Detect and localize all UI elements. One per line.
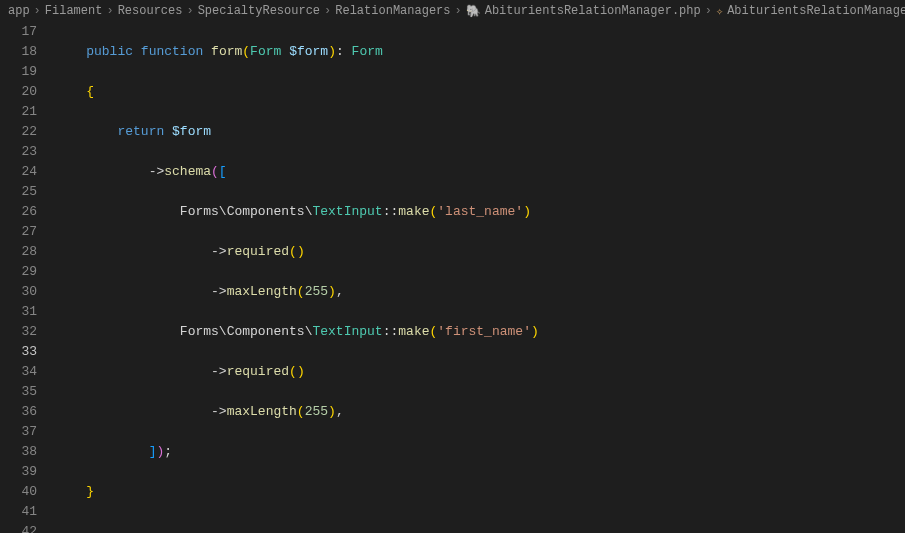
- breadcrumb-file[interactable]: 🐘AbiturientsRelationManager.php: [466, 4, 701, 19]
- line-number: 38: [8, 442, 37, 462]
- line-number: 31: [8, 302, 37, 322]
- line-number: 24: [8, 162, 37, 182]
- line-number: 22: [8, 122, 37, 142]
- line-number: 19: [8, 62, 37, 82]
- line-number: 32: [8, 322, 37, 342]
- chevron-icon: ›: [454, 4, 461, 18]
- breadcrumb-seg[interactable]: app: [8, 4, 30, 18]
- line-number: 30: [8, 282, 37, 302]
- line-gutter: 1718192021222324252627282930313233343536…: [0, 22, 55, 533]
- line-number: 29: [8, 262, 37, 282]
- line-number: 26: [8, 202, 37, 222]
- line-number: 34: [8, 362, 37, 382]
- breadcrumb-seg[interactable]: Filament: [45, 4, 103, 18]
- line-number: 35: [8, 382, 37, 402]
- class-icon: ✧: [716, 4, 723, 19]
- line-number: 25: [8, 182, 37, 202]
- line-number: 18: [8, 42, 37, 62]
- php-icon: 🐘: [466, 4, 481, 19]
- breadcrumb-seg[interactable]: Resources: [118, 4, 183, 18]
- breadcrumb[interactable]: app › Filament › Resources › SpecialtyRe…: [0, 0, 905, 22]
- line-number: 28: [8, 242, 37, 262]
- line-number: 21: [8, 102, 37, 122]
- editor-area[interactable]: 1718192021222324252627282930313233343536…: [0, 22, 905, 533]
- code-content[interactable]: public function form(Form $form): Form {…: [55, 22, 905, 533]
- breadcrumb-seg[interactable]: SpecialtyResource: [198, 4, 320, 18]
- line-number: 33: [8, 342, 37, 362]
- chevron-icon: ›: [186, 4, 193, 18]
- chevron-icon: ›: [705, 4, 712, 18]
- line-number: 23: [8, 142, 37, 162]
- line-number: 17: [8, 22, 37, 42]
- line-number: 42: [8, 522, 37, 533]
- chevron-icon: ›: [324, 4, 331, 18]
- line-number: 41: [8, 502, 37, 522]
- line-number: 39: [8, 462, 37, 482]
- line-number: 37: [8, 422, 37, 442]
- breadcrumb-class[interactable]: ✧AbiturientsRelationManager: [716, 4, 905, 19]
- line-number: 40: [8, 482, 37, 502]
- chevron-icon: ›: [106, 4, 113, 18]
- line-number: 20: [8, 82, 37, 102]
- line-number: 36: [8, 402, 37, 422]
- breadcrumb-seg[interactable]: RelationManagers: [335, 4, 450, 18]
- line-number: 27: [8, 222, 37, 242]
- chevron-icon: ›: [34, 4, 41, 18]
